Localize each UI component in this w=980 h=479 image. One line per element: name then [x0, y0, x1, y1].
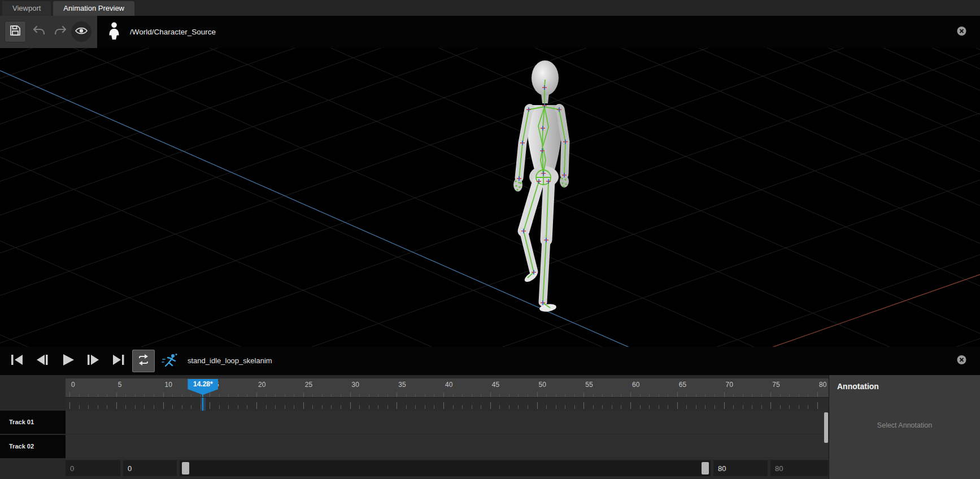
ruler-tick: [116, 392, 117, 397]
sub-tick: [406, 405, 407, 409]
sub-tick: [331, 405, 332, 409]
range-slider[interactable]: [180, 460, 711, 476]
sub-tick: [724, 402, 725, 409]
sub-tick: [312, 405, 313, 409]
ruler-tick: [256, 392, 257, 397]
playhead-marker[interactable]: 14.28*: [188, 379, 218, 395]
sub-tick: [275, 405, 276, 409]
sub-tick: [350, 402, 351, 409]
save-button[interactable]: [5, 21, 26, 42]
track-label: Track 02: [0, 435, 66, 458]
sub-tick: [443, 402, 444, 409]
ruler-tick-label: 30: [352, 381, 359, 389]
redo-button[interactable]: [50, 21, 71, 42]
ruler-tick: [583, 392, 584, 397]
tab-viewport-label: Viewport: [12, 4, 41, 12]
range-slider-left-handle[interactable]: [182, 462, 189, 474]
range-slider-right-handle[interactable]: [702, 462, 709, 474]
sub-tick: [715, 405, 715, 409]
3d-viewport[interactable]: [0, 48, 980, 347]
ruler-tick-label: 40: [445, 381, 452, 389]
sub-tick: [116, 402, 117, 409]
sub-tick: [789, 405, 790, 409]
ruler-tick-label: 20: [258, 381, 265, 389]
redo-icon: [54, 24, 67, 39]
loop-toggle-button[interactable]: [132, 350, 155, 372]
sub-tick: [266, 405, 267, 409]
ruler-tick: [163, 392, 164, 397]
ruler-tick: [537, 392, 538, 397]
sub-tick: [425, 405, 425, 409]
ruler-tick: [69, 392, 70, 397]
ruler-tick-label: 55: [585, 381, 593, 389]
vertical-scrollbar[interactable]: [824, 412, 828, 443]
step-forward-button[interactable]: [82, 350, 104, 372]
ruler-tick-label: 70: [726, 381, 733, 389]
track-row[interactable]: [66, 434, 829, 458]
sub-tick: [817, 402, 818, 409]
sub-tick: [247, 405, 247, 409]
sub-tick: [743, 405, 743, 409]
toolbar: /World/Character_Source: [0, 16, 980, 48]
ruler-tick-label: 65: [679, 381, 686, 389]
sub-tick: [602, 405, 603, 409]
sub-tick: [228, 405, 229, 409]
ruler-tick-label: 80: [819, 381, 826, 389]
sub-tick: [696, 405, 696, 409]
entity-path: /World/Character_Source: [130, 28, 216, 36]
close-circle-icon: [957, 26, 966, 38]
sub-tick: [69, 402, 70, 409]
sub-tick: [583, 402, 584, 409]
range-controls: [0, 460, 829, 476]
clip-start-field[interactable]: [123, 460, 177, 476]
sub-tick: [98, 405, 98, 409]
sub-tick: [593, 405, 594, 409]
range-end-max-field[interactable]: [770, 460, 828, 476]
undo-button[interactable]: [28, 21, 50, 42]
tab-animation-preview[interactable]: Animation Preview: [53, 1, 134, 16]
skip-to-start-button[interactable]: [6, 350, 28, 372]
sub-tick: [341, 405, 341, 409]
track-body[interactable]: [66, 411, 829, 459]
playback-bar: stand_idle_loop_skelanim: [0, 347, 980, 375]
sub-tick: [285, 405, 285, 409]
eye-icon: [75, 26, 88, 38]
sub-tick: [453, 405, 454, 409]
sub-tick: [612, 405, 612, 409]
sub-tick: [322, 405, 323, 409]
sub-tick: [191, 405, 191, 409]
visibility-button[interactable]: [71, 21, 92, 42]
ruler-tick: [724, 392, 725, 397]
playbar-close-button[interactable]: [957, 356, 966, 366]
sub-tick: [219, 405, 220, 409]
tab-animation-preview-label: Animation Preview: [63, 4, 124, 12]
sub-tick: [415, 405, 416, 409]
step-forward-icon: [86, 352, 101, 369]
sub-tick: [668, 405, 668, 409]
skip-to-start-icon: [10, 352, 24, 369]
toolbar-close-button[interactable]: [957, 27, 966, 37]
timeline-ruler[interactable]: 14.28* 05101520253035404550556065707580: [66, 378, 829, 397]
playhead-line[interactable]: [202, 398, 203, 411]
sub-tick: [752, 405, 752, 409]
sub-tick: [630, 402, 631, 409]
timeline-subticks[interactable]: [66, 397, 829, 411]
skip-to-end-button[interactable]: [107, 350, 130, 372]
sub-tick: [621, 405, 621, 409]
clip-end-field[interactable]: [713, 460, 768, 476]
play-button[interactable]: [56, 350, 79, 372]
track-row[interactable]: [66, 411, 829, 434]
sub-tick: [135, 405, 136, 409]
step-back-button[interactable]: [31, 350, 54, 372]
tab-viewport[interactable]: Viewport: [2, 1, 51, 16]
track-label-column: Track 01Track 02: [0, 411, 66, 459]
ruler-tick: [397, 392, 397, 397]
sub-tick: [163, 402, 164, 409]
sub-tick: [154, 405, 154, 409]
character-icon: [107, 22, 121, 42]
character-mannequin[interactable]: [490, 53, 592, 324]
sub-tick: [434, 405, 434, 409]
sub-tick: [397, 402, 397, 409]
timeline-section: 14.28* 05101520253035404550556065707580 …: [0, 375, 829, 479]
range-start-min-field[interactable]: [66, 460, 120, 476]
